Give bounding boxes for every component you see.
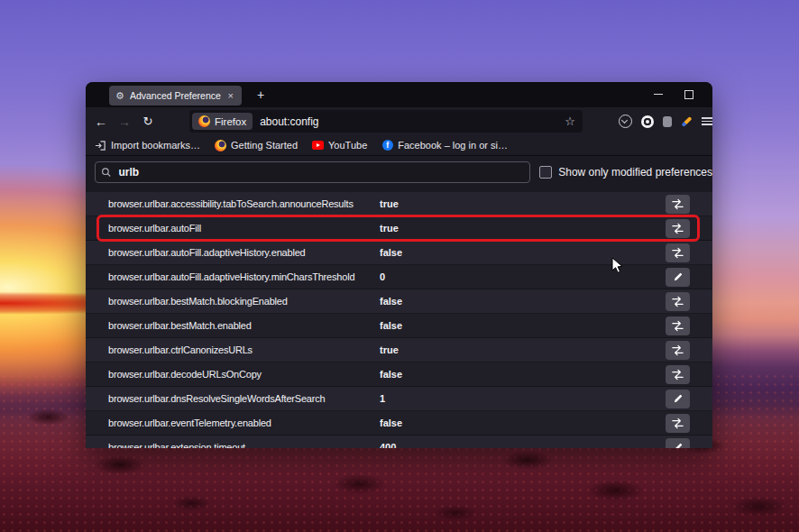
pref-name: browser.urlbar.autoFill — [108, 223, 380, 234]
bookmark-label: Facebook – log in or si… — [398, 140, 508, 151]
pref-row[interactable]: browser.urlbar.dnsResolveSingleWordsAfte… — [86, 387, 712, 411]
edit-pref-button[interactable] — [666, 390, 690, 408]
toggle-pref-button[interactable] — [666, 316, 690, 335]
pref-value: false — [380, 320, 666, 331]
pref-row[interactable]: browser.urlbar.bestMatch.blockingEnabled… — [86, 289, 712, 314]
bookmark-label: Getting Started — [231, 140, 298, 151]
pref-name: browser.urlbar.autoFill.adaptiveHistory.… — [108, 247, 380, 258]
show-modified-label: Show only modified preferences — [558, 166, 712, 179]
toggle-arrows-icon — [671, 344, 684, 357]
tab-advanced-preferences[interactable]: ⚙ Advanced Preferences × — [109, 86, 242, 105]
window-minimize-button[interactable] — [654, 94, 663, 95]
bookmark-getting-started[interactable]: Getting Started — [215, 140, 298, 151]
new-tab-button[interactable]: + — [252, 87, 270, 104]
config-search-box[interactable] — [95, 161, 530, 183]
bookmark-import[interactable]: Import bookmarks… — [95, 140, 200, 151]
pref-name: browser.urlbar.bestMatch.enabled — [108, 320, 380, 331]
extension-icon[interactable] — [663, 116, 672, 127]
bookmark-star-icon[interactable]: ☆ — [565, 115, 575, 128]
mouse-cursor — [611, 257, 624, 275]
pref-name: browser.urlbar.ctrlCanonizesURLs — [108, 344, 380, 355]
toggle-arrows-icon — [671, 368, 684, 381]
pref-row[interactable]: browser.urlbar.ctrlCanonizesURLs true — [86, 338, 712, 362]
toggle-pref-button[interactable] — [666, 243, 690, 262]
firefox-icon — [215, 140, 226, 151]
toggle-pref-button[interactable] — [666, 414, 690, 433]
pref-value: false — [380, 296, 666, 307]
extension-pen-icon[interactable] — [681, 115, 692, 126]
toggle-arrows-icon — [671, 417, 684, 430]
pencil-icon — [672, 271, 684, 283]
forward-button[interactable]: → — [113, 115, 136, 129]
config-search-row: Show only modified preferences — [86, 156, 712, 183]
pref-value: true — [380, 344, 666, 355]
tab-close-icon[interactable]: × — [226, 90, 235, 102]
gear-icon: ⚙ — [115, 91, 124, 101]
show-modified-control[interactable]: Show only modified preferences — [539, 166, 712, 179]
bookmark-label: YouTube — [328, 140, 367, 151]
youtube-icon — [312, 140, 324, 151]
pencil-icon — [672, 393, 684, 405]
back-button[interactable]: ← — [89, 115, 113, 129]
preferences-table: browser.urlbar.accessibility.tabToSearch… — [86, 192, 712, 448]
toggle-arrows-icon — [671, 319, 684, 333]
tab-title: Advanced Preferences — [130, 90, 221, 101]
pref-value: false — [380, 417, 666, 428]
show-modified-checkbox[interactable] — [539, 166, 552, 179]
pref-row[interactable]: browser.urlbar.accessibility.tabToSearch… — [86, 192, 712, 216]
pref-value: true — [380, 223, 666, 234]
edit-pref-button[interactable] — [666, 438, 690, 449]
firefox-window: ⚙ Advanced Preferences × + ← → ↻ Firefox… — [86, 82, 712, 448]
pref-row[interactable]: browser.urlbar.decodeURLsOnCopy false — [86, 362, 712, 387]
pencil-icon — [672, 442, 684, 449]
search-engine-badge: Firefox — [192, 113, 253, 130]
pref-row[interactable]: browser.urlbar.extension.timeout 400 — [86, 436, 712, 448]
pref-row[interactable]: browser.urlbar.autoFill true — [86, 216, 712, 241]
screen: ⚙ Advanced Preferences × + ← → ↻ Firefox… — [0, 0, 799, 532]
menu-icon[interactable] — [702, 117, 712, 125]
pref-value: true — [380, 198, 666, 209]
navigation-toolbar: ← → ↻ Firefox about:config ☆ — [86, 107, 712, 135]
pref-row[interactable]: browser.urlbar.bestMatch.enabled false — [86, 314, 712, 338]
url-text[interactable]: about:config — [260, 115, 565, 128]
pocket-icon[interactable] — [619, 115, 632, 128]
pref-name: browser.urlbar.dnsResolveSingleWordsAfte… — [108, 393, 380, 404]
url-bar[interactable]: Firefox about:config ☆ — [189, 110, 583, 133]
bookmark-facebook[interactable]: f Facebook – log in or si… — [381, 140, 508, 151]
reload-button[interactable]: ↻ — [136, 115, 160, 128]
import-icon — [95, 140, 106, 151]
window-maximize-button[interactable] — [684, 90, 693, 99]
edit-pref-button[interactable] — [666, 268, 690, 287]
toggle-pref-button[interactable] — [666, 219, 690, 238]
toggle-pref-button[interactable] — [666, 292, 690, 311]
config-search-input[interactable] — [116, 165, 524, 179]
toggle-pref-button[interactable] — [666, 365, 690, 384]
pref-name: browser.urlbar.accessibility.tabToSearch… — [108, 198, 380, 209]
pref-name: browser.urlbar.extension.timeout — [108, 442, 380, 448]
toggle-arrows-icon — [671, 222, 684, 235]
about-config-page: Show only modified preferences browser.u… — [86, 156, 712, 448]
engine-label: Firefox — [215, 116, 246, 127]
extension-record-icon[interactable] — [641, 115, 654, 128]
facebook-icon: f — [381, 140, 393, 151]
pref-name: browser.urlbar.eventTelemetry.enabled — [108, 417, 380, 428]
toggle-pref-button[interactable] — [666, 341, 690, 360]
toggle-arrows-icon — [671, 295, 684, 308]
toggle-arrows-icon — [671, 246, 684, 260]
search-icon — [101, 167, 111, 178]
pref-name: browser.urlbar.bestMatch.blockingEnabled — [108, 296, 380, 307]
bookmark-youtube[interactable]: YouTube — [312, 140, 367, 151]
toggle-pref-button[interactable] — [666, 195, 690, 214]
pref-value: false — [380, 369, 666, 380]
bookmarks-bar: Import bookmarks… Getting Started YouTub… — [86, 135, 712, 156]
pref-value: 1 — [380, 393, 666, 404]
toggle-arrows-icon — [671, 197, 684, 211]
bookmark-label: Import bookmarks… — [111, 140, 200, 151]
pref-value: 400 — [380, 442, 666, 448]
firefox-logo-icon — [198, 115, 210, 127]
toolbar-extensions — [619, 107, 712, 135]
pref-name: browser.urlbar.decodeURLsOnCopy — [108, 369, 380, 380]
tab-bar: ⚙ Advanced Preferences × + — [86, 82, 712, 107]
pref-row[interactable]: browser.urlbar.eventTelemetry.enabled fa… — [86, 411, 712, 436]
pref-name: browser.urlbar.autoFill.adaptiveHistory.… — [108, 271, 380, 282]
